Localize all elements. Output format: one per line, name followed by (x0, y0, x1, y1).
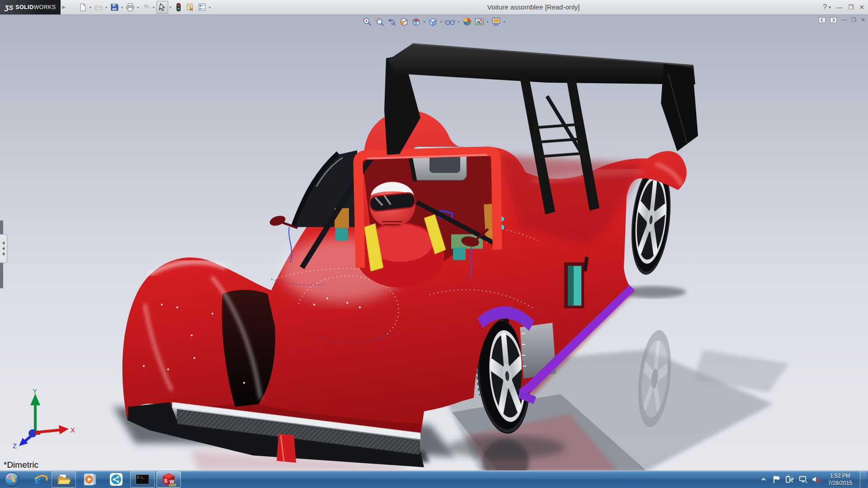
display-style-caret[interactable]: ▾ (440, 20, 442, 24)
edit-appearance-icon (462, 17, 472, 27)
display-style-button[interactable] (427, 16, 439, 27)
view-settings-button[interactable] (491, 16, 502, 27)
car-model-render[interactable] (0, 15, 868, 471)
show-desktop-button[interactable] (860, 471, 866, 488)
triad-z-label: Z (13, 442, 17, 449)
select-dropdown-caret[interactable]: ▾ (170, 5, 171, 9)
taskbar-item-windows-explorer[interactable] (52, 471, 76, 488)
network-button[interactable] (798, 474, 807, 485)
taskbar-item-share-app[interactable] (104, 471, 128, 488)
view-orientation-icon (411, 17, 421, 27)
undo-icon (142, 3, 151, 12)
show-hidden-icons-button[interactable] (759, 474, 768, 485)
view-orientation-caret[interactable]: ▾ (423, 20, 425, 24)
new-button[interactable] (77, 1, 88, 13)
save-button[interactable] (109, 1, 120, 13)
rebuild-traffic-light-icon (174, 3, 183, 12)
window-title: Voiture assomblee [Read-only] (253, 0, 814, 14)
view-orientation-label: *Dimetric (4, 460, 38, 470)
help-button[interactable]: ? (823, 3, 827, 11)
zoom-to-fit-icon (362, 17, 372, 27)
previous-view-icon (387, 17, 396, 27)
doc-close-button[interactable]: ✕ (861, 17, 865, 23)
save-floppy-icon (110, 3, 119, 12)
graphics-area[interactable]: ▾ ▾ ▾ (0, 15, 868, 471)
previous-pane-icon[interactable] (819, 17, 826, 23)
apply-scene-caret[interactable]: ▾ (487, 20, 489, 24)
view-settings-caret[interactable]: ▾ (504, 20, 505, 24)
zoom-to-area-button[interactable] (373, 16, 385, 27)
section-view-button[interactable] (398, 16, 410, 27)
volume-button[interactable] (811, 474, 821, 485)
apply-scene-button[interactable] (474, 16, 486, 27)
print-icon (126, 3, 135, 12)
taskbar: e (0, 470, 868, 488)
windows-explorer-icon (57, 474, 71, 485)
hide-show-items-button[interactable] (443, 16, 456, 27)
action-center-button[interactable] (772, 474, 781, 485)
select-button[interactable] (156, 1, 168, 14)
driver-helmet (369, 182, 416, 228)
options-button[interactable] (197, 1, 208, 13)
save-dropdown-caret[interactable]: ▾ (121, 5, 123, 9)
undo-button[interactable] (141, 1, 151, 13)
restore-button[interactable]: ❐ (848, 4, 854, 11)
help-dropdown-caret[interactable]: ▾ (829, 5, 831, 9)
doc-restore-button[interactable]: ❐ (851, 17, 856, 23)
network-icon (798, 475, 807, 484)
new-dropdown-caret[interactable]: ▾ (90, 5, 91, 9)
previous-view-button[interactable] (386, 16, 397, 27)
display-style-icon (428, 17, 438, 27)
power-plug-icon (785, 475, 794, 484)
edit-appearance-button[interactable] (462, 16, 473, 27)
taskbar-item-solidworks[interactable]: S W 2015 (156, 471, 181, 488)
window-controls: ? ▾ — ❐ ✕ (823, 0, 864, 14)
open-button[interactable] (93, 1, 104, 13)
close-button[interactable]: ✕ (859, 4, 864, 11)
hide-show-items-caret[interactable]: ▾ (458, 20, 459, 24)
minimize-button[interactable]: — (836, 4, 843, 11)
triad-y-label: Y (33, 388, 37, 395)
new-document-icon (78, 3, 87, 12)
show-hidden-icons-icon (761, 477, 766, 482)
view-orientation-button[interactable] (410, 16, 422, 27)
share-app-icon (109, 473, 123, 486)
taskbar-clock[interactable]: 1:52 PM 7/28/2015 (825, 472, 856, 487)
print-button[interactable] (125, 1, 136, 13)
rebuild-button[interactable] (173, 1, 184, 13)
undo-dropdown-caret[interactable]: ▾ (153, 5, 155, 9)
document-window-controls: — ❐ ✕ (819, 17, 865, 23)
view-settings-icon (491, 17, 501, 27)
hide-show-items-icon (444, 17, 455, 27)
next-pane-icon[interactable] (830, 17, 837, 23)
solidworks-logo: ƷS SOLIDWORKS (0, 0, 61, 14)
taskbar-item-command-prompt[interactable]: C:\_ (130, 471, 155, 488)
options-dropdown-caret[interactable]: ▾ (209, 5, 211, 9)
clock-date: 7/28/2015 (828, 479, 852, 487)
feature-manager-collapsed-tab[interactable] (0, 234, 7, 263)
zoom-to-fit-button[interactable] (361, 16, 373, 27)
media-player-icon (84, 473, 96, 486)
command-prompt-icon: C:\_ (136, 474, 149, 484)
taskbar-item-media-player[interactable] (78, 471, 102, 488)
title-bar: ƷS SOLIDWORKS ▶ ▾ ▾ ▾ (0, 0, 868, 15)
power-button[interactable] (785, 474, 794, 485)
system-tray: 1:52 PM 7/28/2015 (759, 471, 868, 488)
orientation-triad: Y X Z (10, 388, 78, 449)
open-folder-icon (94, 3, 103, 12)
start-button[interactable] (3, 471, 21, 488)
menu-flyout-arrow-icon[interactable]: ▶ (61, 3, 67, 12)
doc-minimize-button[interactable]: — (841, 17, 847, 23)
zoom-to-area-icon (374, 17, 384, 27)
open-dropdown-caret[interactable]: ▾ (105, 5, 107, 9)
solidworks-2015-icon: S W 2015 (161, 472, 176, 487)
taskbar-item-internet-explorer[interactable]: e (25, 471, 50, 488)
options-list-icon (198, 3, 207, 12)
main-toolbar: ▾ ▾ ▾ ▾ (77, 0, 212, 14)
volume-muted-icon (811, 475, 821, 484)
print-dropdown-caret[interactable]: ▾ (137, 5, 139, 9)
apply-scene-icon (475, 17, 485, 27)
select-cursor-icon (158, 3, 167, 12)
file-properties-button[interactable] (185, 1, 196, 13)
svg-text:2015: 2015 (169, 483, 176, 487)
